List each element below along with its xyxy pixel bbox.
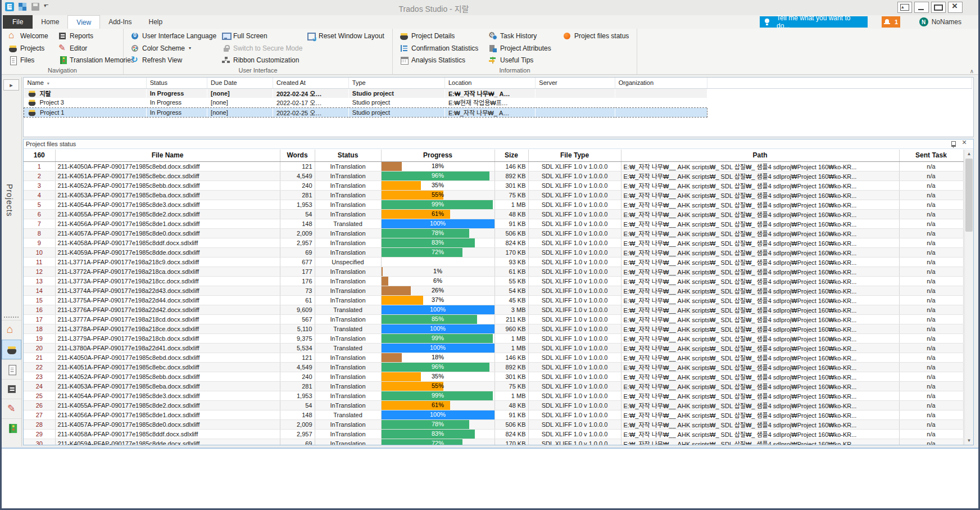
file-row[interactable]: 14211-L3774A-PFAP-090177e198a22d43.docx.… <box>24 286 963 295</box>
notification-badge[interactable]: 1 <box>882 16 900 28</box>
refresh-view-button[interactable]: Refresh View <box>128 54 219 66</box>
ribbon-customization-button[interactable]: Ribbon Customization <box>219 54 305 66</box>
file-row[interactable]: 16211-L3776A-PFAP-090177e198a22d42.docx.… <box>24 305 963 314</box>
sidebar-item-welcome[interactable] <box>2 320 21 340</box>
files-column-header-status[interactable]: Status <box>315 150 381 161</box>
expand-navigation-button[interactable]: ▸ <box>3 79 19 91</box>
confirmation-statistics-button[interactable]: Confirmation Statistics <box>397 42 486 55</box>
color-scheme-button[interactable]: Color Scheme▾ <box>128 42 219 55</box>
tab-file[interactable]: File <box>3 15 33 29</box>
file-row[interactable]: 12211-L3772A-PFAP-090177e198a218ca.docx.… <box>24 267 963 276</box>
tab-help[interactable]: Help <box>140 15 171 29</box>
maximize-button[interactable] <box>931 2 946 13</box>
file-row[interactable]: 15211-L3775A-PFAP-090177e198a22d44.docx.… <box>24 295 963 305</box>
file-row[interactable]: 19211-L3779A-PFAP-090177e198a218cb.docx.… <box>24 333 963 343</box>
files-column-header-words[interactable]: Words <box>280 150 315 161</box>
main-area: ▸ Projects Name▾StatusDue DateCreated At… <box>2 75 978 508</box>
project-name: Project 1 <box>40 109 64 116</box>
sidebar-item-translation-memories[interactable] <box>2 418 21 438</box>
minimize-button[interactable] <box>914 2 929 13</box>
panel-title: Project files status <box>26 141 76 147</box>
files-column-header-file-type[interactable]: File Type <box>528 150 621 161</box>
file-row[interactable]: 1211-K4050A-PFAP-090177e1985c8ebd.docx.s… <box>24 161 963 171</box>
translation-memories-button[interactable]: Translation Memories <box>56 54 120 66</box>
file-row[interactable]: 18211-L3778A-PFAP-090177e198a218ce.docx.… <box>24 324 963 333</box>
project-row[interactable]: Project 3In Progress[none]2022-02-17 오…S… <box>24 98 972 107</box>
sidebar-item-editor[interactable] <box>2 399 21 418</box>
project-row-selected[interactable]: Project 1In Progress[none]2022-02-25 오…S… <box>24 107 972 117</box>
user-account[interactable]: N NoNames <box>919 16 961 28</box>
file-row[interactable]: 13211-L3773A-PFAP-090177e198a218cc.docx.… <box>24 276 963 286</box>
task-history-button[interactable]: Task History <box>486 30 560 42</box>
taskhist-icon <box>488 31 497 40</box>
editor-button[interactable]: Editor <box>56 42 120 55</box>
pin-panel-icon[interactable] <box>950 140 959 148</box>
file-row[interactable]: 4211-K4053A-PFAP-090177e1985c8eba.docx.s… <box>24 190 963 200</box>
progress-label: 1% <box>382 268 494 274</box>
sidebar-grip[interactable] <box>4 317 19 318</box>
file-row[interactable]: 24211-K4053A-PFAP-090177e1985c8eba.docx.… <box>24 381 963 391</box>
files-button[interactable]: Files <box>6 54 56 66</box>
files-column-header-progress[interactable]: Progress <box>381 150 494 161</box>
files-column-header-sent-task[interactable]: Sent Task <box>899 150 963 161</box>
welcome-button[interactable]: Welcome <box>6 30 56 42</box>
file-row[interactable]: 17211-L3777A-PFAP-090177e198a218cd.docx.… <box>24 314 963 324</box>
file-row[interactable]: 2211-K4051A-PFAP-090177e1985c8ebc.docx.s… <box>24 171 963 180</box>
file-row[interactable]: 23211-K4052A-PFAP-090177e1985c8ebb.docx.… <box>24 372 963 381</box>
file-row[interactable]: 6211-K4055A-PFAP-090177e1985c8de2.docx.s… <box>24 209 963 219</box>
file-row[interactable]: 10211-K4059A-PFAP-090177e1985c8dde.docx.… <box>24 247 963 257</box>
projects-column-header-server[interactable]: Server <box>536 78 615 88</box>
projects-column-header-organization[interactable]: Organization <box>615 78 707 88</box>
file-row[interactable]: 5211-K4054A-PFAP-090177e1985c8de3.docx.s… <box>24 200 963 209</box>
file-row[interactable]: 3211-K4052A-PFAP-090177e1985c8ebb.docx.s… <box>24 180 963 190</box>
reset-window-layout-label: Reset Window Layout <box>319 32 384 40</box>
full-screen-button[interactable]: Full Screen <box>219 30 305 42</box>
file-row[interactable]: 28211-K4057A-PFAP-090177e1985c8de0.docx.… <box>24 419 963 429</box>
file-row[interactable]: 26211-K4055A-PFAP-090177e1985c8de2.docx.… <box>24 400 963 410</box>
projects-column-header-due-date[interactable]: Due Date <box>207 78 273 88</box>
projects-column-header-name[interactable]: Name▾ <box>24 78 147 88</box>
progress-cell: 35% <box>381 372 494 381</box>
file-row[interactable]: 11211-L3771A-PFAP-090177e198a218c9.docx.… <box>24 257 963 267</box>
file-row[interactable]: 27211-K4056A-PFAP-090177e1985c8de1.docx.… <box>24 410 963 419</box>
file-row[interactable]: 25211-K4054A-PFAP-090177e1985c8de3.docx.… <box>24 391 963 400</box>
tab-home[interactable]: Home <box>33 15 67 29</box>
projects-column-header-created-at[interactable]: Created At <box>273 78 348 88</box>
sidebar-item-reports[interactable] <box>2 379 21 399</box>
projects-column-header-type[interactable]: Type <box>348 78 444 88</box>
tab-add-ins[interactable]: Add-Ins <box>100 15 140 29</box>
file-row[interactable]: 30211-K4059A-PFAP-090177e1985c8dde.docx.… <box>24 439 963 445</box>
files-column-header-path[interactable]: Path <box>621 150 899 161</box>
useful-tips-button[interactable]: Useful Tips <box>486 54 560 66</box>
ribbon-options-button[interactable] <box>897 2 912 13</box>
projects-button[interactable]: Projects <box>6 42 56 55</box>
file-row[interactable]: 20211-L3780A-PFAP-090177e198a22d41.docx.… <box>24 343 963 353</box>
file-row[interactable]: 9211-K4058A-PFAP-090177e1985c8ddf.docx.s… <box>24 238 963 247</box>
reports-button[interactable]: Reports <box>56 30 120 42</box>
file-row[interactable]: 8211-K4057A-PFAP-090177e1985c8de0.docx.s… <box>24 228 963 238</box>
sidebar-item-projects[interactable] <box>2 340 21 359</box>
project-attributes-button[interactable]: Project Attributes <box>486 42 560 55</box>
files-column-header-file-name[interactable]: File Name <box>55 150 280 161</box>
projects-column-header-status[interactable]: Status <box>146 78 207 88</box>
close-button[interactable] <box>948 2 963 13</box>
projects-column-header-location[interactable]: Location <box>444 78 535 88</box>
file-row[interactable]: 22211-K4051A-PFAP-090177e1985c8ebc.docx.… <box>24 362 963 372</box>
screen-icon <box>221 31 230 40</box>
collapse-ribbon-icon[interactable]: ∧ <box>970 68 974 507</box>
file-row[interactable]: 7211-K4056A-PFAP-090177e1985c8de1.docx.s… <box>24 219 963 228</box>
file-row[interactable]: 21211-K4050A-PFAP-090177e1985c8ebd.docx.… <box>24 353 963 362</box>
reports-label: Reports <box>70 32 93 40</box>
user-interface-language-button[interactable]: User Interface Language <box>128 30 219 42</box>
file-row[interactable]: 29211-K4058A-PFAP-090177e1985c8ddf.docx.… <box>24 429 963 439</box>
project-details-button[interactable]: Project Details <box>397 30 486 42</box>
reset-window-layout-button[interactable]: Reset Window Layout <box>305 30 389 42</box>
sidebar-item-files[interactable] <box>2 359 21 379</box>
analysis-statistics-button[interactable]: Analysis Statistics <box>397 54 486 66</box>
tell-me-button[interactable]: Tell me what you want to do... <box>760 16 868 28</box>
tab-view[interactable]: View <box>67 15 100 29</box>
confstat-icon <box>400 44 409 53</box>
project-row[interactable]: 지랄In Progress[none]2022-02-24 오…Studio p… <box>24 88 972 98</box>
files-column-header-size[interactable]: Size <box>494 150 528 161</box>
project-files-status-button[interactable]: Project files status <box>560 30 633 42</box>
